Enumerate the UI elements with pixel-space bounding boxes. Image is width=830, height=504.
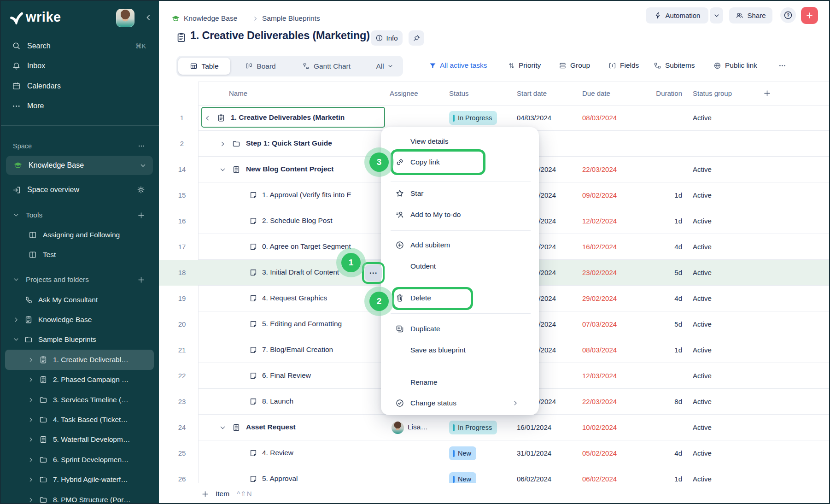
sidebar-collapse-icon[interactable] — [144, 13, 152, 22]
column-header-status[interactable]: Status — [449, 89, 469, 97]
task-icon — [249, 372, 257, 380]
menu-item-save-as-blueprint[interactable]: Save as blueprint — [390, 341, 532, 359]
sidebar-item-space-overview[interactable]: Space overview — [0, 181, 159, 199]
chevron-right-icon[interactable] — [28, 376, 34, 383]
menu-item-add-to-my-to-do[interactable]: Add to My to-do — [390, 205, 532, 224]
row-chevron-right-icon[interactable] — [219, 141, 226, 147]
projects-section-header[interactable]: Projects and folders — [0, 270, 159, 289]
info-button[interactable]: Info — [371, 30, 403, 46]
menu-item-star[interactable]: Star — [390, 184, 532, 203]
sidebar-item-6-sprint-developmen[interactable]: 6. Sprint Developmen… — [5, 450, 154, 469]
group-control[interactable]: Group — [570, 61, 590, 70]
sort-priority[interactable]: Priority — [519, 61, 541, 70]
sidebar-nav: Search⌘KInboxCalendarsMore — [0, 36, 159, 116]
sidebar-item-search[interactable]: Search⌘K — [0, 36, 159, 56]
tab-gantt[interactable]: Gantt Chart — [291, 58, 362, 75]
chevron-right-icon[interactable] — [28, 416, 34, 423]
sidebar-item-label: 6. Sprint Developmen… — [53, 456, 129, 464]
row-chevron-down-icon[interactable] — [219, 166, 226, 173]
automation-button[interactable]: Automation — [646, 7, 708, 23]
menu-item-rename[interactable]: Rename — [390, 373, 532, 392]
row-number: 1 — [169, 114, 195, 122]
create-new-button[interactable] — [801, 7, 818, 24]
add-project-icon[interactable] — [137, 276, 145, 284]
chevron-right-icon[interactable] — [28, 397, 34, 403]
tab-all-views[interactable]: All — [369, 58, 400, 75]
column-header-name[interactable]: Name — [229, 89, 247, 97]
row-chevron-left-icon[interactable] — [204, 115, 211, 122]
automation-dropdown-button[interactable] — [710, 7, 723, 23]
subitems-control[interactable]: Subitems — [665, 61, 695, 70]
breadcrumb-folder[interactable]: Sample Blueprints — [262, 14, 320, 23]
chevron-down-icon[interactable] — [13, 336, 19, 343]
sidebar-item-calendars[interactable]: Calendars — [0, 76, 159, 96]
sidebar-item-sample-blueprints[interactable]: Sample Blueprints — [5, 330, 154, 350]
menu-item-duplicate[interactable]: Duplicate — [390, 320, 532, 338]
chevron-right-icon[interactable] — [28, 497, 34, 503]
status-chip[interactable]: New — [449, 446, 476, 460]
table-row-25[interactable]: 254. ReviewNew31/01/202405/02/20244dActi… — [159, 440, 830, 466]
column-header-duration[interactable]: Duration — [638, 89, 682, 97]
sidebar-item-test[interactable]: Test — [0, 245, 159, 264]
sidebar-item-ask-my-consultant[interactable]: Ask My Consultant — [5, 290, 154, 310]
sidebar-item-1-creative-deliverabl[interactable]: 1. Creative Deliverabl… — [5, 350, 154, 369]
add-tool-icon[interactable] — [137, 211, 145, 219]
space-more-icon[interactable] — [138, 142, 145, 150]
column-header-assignee[interactable]: Assignee — [390, 89, 418, 97]
sidebar-item-2-phased-campaign[interactable]: 2. Phased Campaign … — [5, 370, 154, 390]
chevron-down-icon — [13, 212, 19, 218]
sidebar-item-assigning-and-following[interactable]: Assigning and Following — [0, 225, 159, 245]
chevron-right-icon[interactable] — [28, 457, 34, 463]
wrike-app-window: wrike Search⌘KInboxCalendarsMore Space K… — [0, 0, 830, 504]
menu-item-outdent[interactable]: Outdent — [390, 257, 532, 275]
tab-board[interactable]: Board — [236, 58, 285, 75]
chevron-right-icon[interactable] — [28, 476, 34, 483]
projects-list: Ask My ConsultantKnowledge BaseSample Bl… — [0, 290, 159, 504]
filter-active-tasks[interactable]: All active tasks — [440, 61, 487, 70]
assignee-avatar[interactable] — [392, 422, 404, 434]
breadcrumb-space[interactable]: Knowledge Base — [184, 14, 237, 23]
user-avatar[interactable] — [116, 9, 134, 27]
subitems-icon — [654, 62, 661, 70]
pin-button[interactable] — [409, 30, 424, 46]
sidebar-item-label: Search — [27, 42, 51, 50]
menu-item-view-details[interactable]: View details — [390, 132, 532, 151]
gear-icon[interactable] — [137, 186, 145, 194]
chevron-right-icon[interactable] — [28, 357, 34, 363]
add-column-button[interactable] — [763, 89, 771, 97]
sidebar-item-8-pmo-structure-por[interactable]: 8. PMO Structure (Por… — [5, 490, 154, 504]
status-group-cell: Active — [693, 346, 712, 354]
sidebar-item-7-hybrid-agile-waterf[interactable]: 7. Hybrid Agile-waterf… — [5, 470, 154, 490]
tools-section-header[interactable]: Tools — [0, 206, 159, 224]
sidebar-item-inbox[interactable]: Inbox — [0, 56, 159, 76]
task-name: 8. Launch — [262, 397, 293, 405]
help-button[interactable]: ? — [780, 7, 796, 23]
column-header-start-date[interactable]: Start date — [517, 89, 547, 97]
share-button[interactable]: Share — [729, 7, 772, 23]
duration-cell: 1d — [640, 475, 682, 483]
project-title-icon — [176, 32, 187, 43]
table-row-24[interactable]: 24Asset RequestLisa…In Progress16/01/202… — [159, 415, 830, 440]
menu-item-change-status[interactable]: Change status — [390, 394, 532, 412]
sidebar-item-more[interactable]: More — [0, 96, 159, 117]
column-header-status-group[interactable]: Status group — [693, 89, 732, 97]
space-selector[interactable]: Knowledge Base — [6, 156, 153, 175]
row-chevron-down-icon[interactable] — [219, 424, 226, 431]
menu-item-add-subitem[interactable]: Add subitem — [390, 236, 532, 254]
toolbar-more-icon[interactable] — [778, 62, 786, 70]
sidebar-item-5-waterfall-developm[interactable]: 5. Waterfall Developm… — [5, 430, 154, 450]
due-date-cell: 05/02/2024 — [582, 449, 617, 457]
chevron-right-icon[interactable] — [13, 316, 19, 323]
sidebar-item-3-services-timeline[interactable]: 3. Services Timeline (… — [5, 390, 154, 410]
add-item-button[interactable]: Item — [216, 490, 229, 498]
status-group-cell: Active — [693, 449, 712, 457]
public-link-control[interactable]: Public link — [725, 61, 757, 70]
sidebar-item-4-task-based-ticket[interactable]: 4. Task Based (Ticket… — [5, 410, 154, 429]
tab-table[interactable]: Table — [178, 58, 230, 75]
fields-control[interactable]: Fields — [620, 61, 639, 70]
status-chip[interactable]: In Progress — [449, 111, 497, 125]
status-chip[interactable]: In Progress — [449, 421, 497, 434]
column-header-due-date[interactable]: Due date — [582, 89, 610, 97]
sidebar-item-knowledge-base[interactable]: Knowledge Base — [5, 310, 154, 329]
chevron-right-icon[interactable] — [28, 436, 34, 443]
